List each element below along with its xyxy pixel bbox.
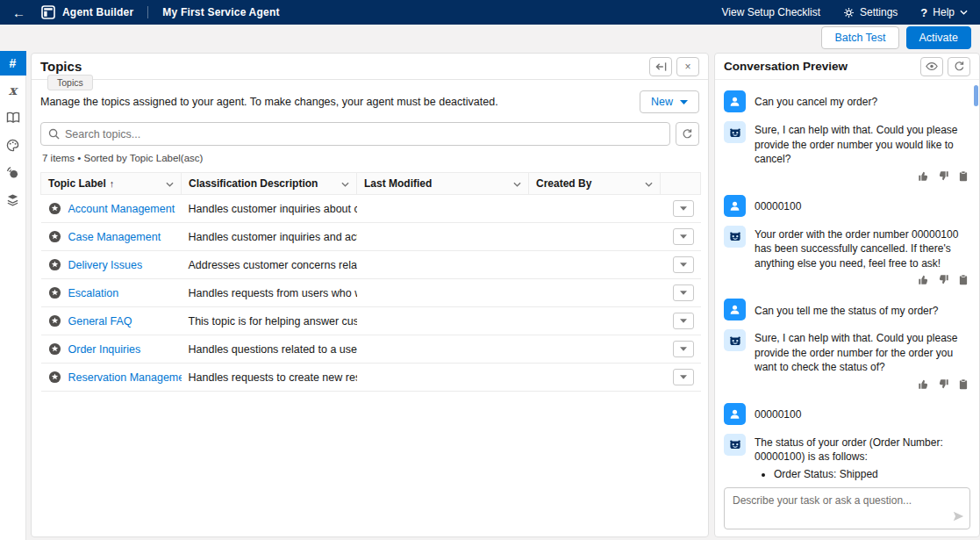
row-actions-button[interactable]: [673, 284, 694, 301]
chevron-down-icon[interactable]: [513, 177, 521, 190]
message-text: The status of your order (Order Number: …: [755, 434, 970, 464]
dropdown-triangle-icon: [680, 234, 687, 239]
sidebar-item-topics[interactable]: #: [0, 51, 26, 76]
copy-button[interactable]: [958, 274, 969, 288]
view-setup-checklist-link[interactable]: View Setup Checklist: [722, 6, 821, 18]
topic-description-cell: This topic is for helping answer custome…: [182, 307, 357, 335]
last-modified-cell: [357, 195, 529, 223]
thumbs-down-icon: [938, 170, 949, 182]
thumbs-down-button[interactable]: [938, 378, 949, 392]
topic-globe-icon: [48, 202, 61, 215]
sidebar-item-variables[interactable]: x: [0, 78, 26, 103]
composer-input[interactable]: [725, 488, 969, 529]
signal-dish-icon: [6, 166, 19, 179]
sidebar-item-versions[interactable]: [0, 187, 26, 212]
column-header-topic-label[interactable]: Topic Label ↑: [41, 173, 182, 195]
thumbs-up-button[interactable]: [918, 378, 929, 392]
created-by-cell: [529, 223, 661, 251]
thumbs-down-icon: [938, 274, 949, 285]
close-panel-button[interactable]: ×: [676, 57, 699, 76]
chevron-down-icon[interactable]: [341, 177, 349, 190]
thumbs-down-button[interactable]: [938, 274, 949, 288]
topic-link[interactable]: Case Management: [68, 231, 161, 243]
gear-icon: [843, 7, 855, 18]
user-message: Can you cancel my order?: [724, 90, 970, 112]
message-text: Your order with the order number 0000010…: [755, 226, 970, 271]
agent-builder-app-icon: [41, 5, 55, 19]
topic-link[interactable]: Reservation Management: [68, 371, 182, 384]
thumbs-up-button[interactable]: [918, 170, 929, 184]
thumbs-up-icon: [918, 378, 929, 390]
last-modified-cell: [357, 307, 529, 335]
robot-icon: [728, 229, 742, 243]
row-actions-button[interactable]: [673, 256, 694, 273]
copy-button[interactable]: [958, 170, 969, 184]
chevron-down-icon[interactable]: [166, 177, 174, 190]
agent-message: The status of your order (Order Number: …: [724, 434, 970, 484]
sidebar-item-connections[interactable]: [0, 160, 26, 184]
help-menu-button[interactable]: ? Help: [920, 6, 968, 19]
activate-button[interactable]: Activate: [906, 26, 971, 49]
agent-avatar: [724, 226, 746, 248]
topics-panel-title: Topics: [40, 59, 82, 74]
message-text: 00000100: [755, 406, 801, 422]
send-button[interactable]: [953, 511, 964, 524]
column-header-actions: [661, 173, 701, 195]
search-icon: [48, 128, 60, 140]
row-actions-button[interactable]: [673, 369, 694, 385]
preview-visibility-button[interactable]: [920, 57, 943, 76]
search-topics-input[interactable]: [65, 128, 662, 140]
robot-icon: [728, 334, 742, 348]
sidebar-item-knowledge[interactable]: [0, 105, 26, 130]
chevron-down-icon[interactable]: [645, 177, 653, 190]
topic-link[interactable]: Escalation: [68, 287, 119, 299]
topic-link[interactable]: Order Inquiries: [68, 343, 141, 356]
dropdown-triangle-icon: [680, 291, 687, 295]
chevron-down-icon: [960, 10, 968, 15]
created-by-cell: [529, 279, 661, 307]
table-row: Account Management Handles customer inqu…: [41, 195, 701, 223]
created-by-cell: [529, 364, 661, 392]
row-actions-button[interactable]: [673, 341, 694, 357]
sidebar-item-theme[interactable]: [0, 133, 26, 157]
dropdown-triangle-icon: [680, 263, 687, 267]
row-actions-button[interactable]: [673, 200, 694, 217]
copy-button[interactable]: [958, 378, 969, 392]
created-by-cell: [529, 335, 661, 364]
preview-refresh-button[interactable]: [948, 57, 970, 76]
column-header-classification-description[interactable]: Classification Description: [182, 173, 357, 195]
batch-test-button[interactable]: Batch Test: [821, 26, 898, 49]
message-text: Can you tell me the status of my order?: [755, 302, 938, 319]
topic-globe-icon: [48, 230, 61, 243]
column-header-last-modified[interactable]: Last Modified: [357, 173, 529, 195]
person-icon: [728, 303, 741, 316]
row-actions-button[interactable]: [673, 313, 694, 329]
agent-avatar: [724, 121, 746, 143]
table-row: Case Management Handles customer inquiri…: [41, 223, 701, 251]
topic-link[interactable]: General FAQ: [68, 315, 132, 328]
topics-panel-header: Topics × Topics: [32, 54, 708, 80]
variable-x-icon: x: [9, 83, 17, 98]
user-avatar: [724, 90, 746, 112]
thumbs-down-button[interactable]: [938, 170, 949, 184]
message-list[interactable]: Can you cancel my order? Sure, I can hel…: [715, 80, 979, 484]
topic-link[interactable]: Account Management: [68, 203, 175, 215]
new-topic-button[interactable]: New: [640, 90, 699, 113]
topics-table-body: Account Management Handles customer inqu…: [41, 195, 701, 392]
settings-button[interactable]: Settings: [843, 6, 898, 18]
row-actions-button[interactable]: [673, 228, 694, 245]
collapse-panel-button[interactable]: [649, 57, 672, 76]
scrollbar-thumb[interactable]: [974, 85, 978, 106]
refresh-list-button[interactable]: [676, 122, 699, 146]
back-arrow-icon[interactable]: ←: [12, 6, 25, 19]
last-modified-cell: [357, 223, 529, 251]
created-by-cell: [529, 195, 661, 223]
topic-link[interactable]: Delivery Issues: [68, 259, 143, 271]
thumbs-up-button[interactable]: [918, 274, 929, 288]
refresh-icon: [954, 61, 965, 72]
message-bullets: Order Status: ShippedDelivery Address: 3…: [758, 467, 970, 484]
question-mark-icon: ?: [920, 6, 927, 19]
message-text: Can you cancel my order?: [755, 93, 877, 110]
topic-globe-icon: [48, 371, 61, 384]
column-header-created-by[interactable]: Created By: [529, 173, 661, 195]
